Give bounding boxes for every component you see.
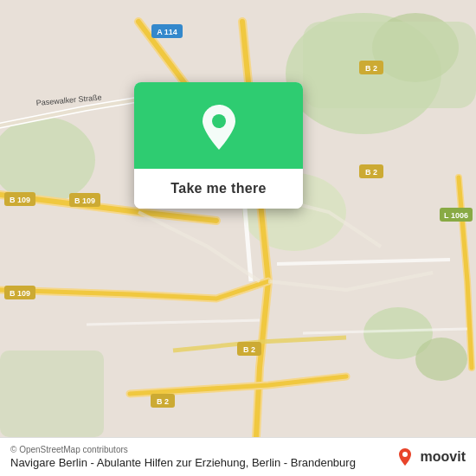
- moovit-icon: [395, 447, 415, 467]
- svg-text:B 2: B 2: [365, 168, 377, 177]
- svg-text:B 2: B 2: [243, 345, 255, 354]
- copyright-text: © OpenStreetMap contributors: [10, 445, 356, 454]
- map-container: A 114 B 2 B 2 B 109 B 109 B 2 B 2 L 1006…: [0, 0, 476, 476]
- svg-text:B 109: B 109: [10, 196, 30, 204]
- svg-text:B 109: B 109: [74, 196, 95, 205]
- take-me-there-button[interactable]: Take me there: [134, 169, 303, 209]
- svg-text:B 2: B 2: [157, 397, 169, 406]
- svg-point-6: [415, 338, 467, 381]
- svg-text:B 109: B 109: [10, 289, 30, 298]
- popup-card: Take me there: [134, 82, 303, 209]
- location-name: Navigare Berlin - Abulante Hilfen zur Er…: [10, 456, 356, 469]
- svg-text:L 1006: L 1006: [444, 211, 468, 220]
- svg-rect-3: [303, 22, 476, 108]
- svg-point-28: [212, 114, 226, 128]
- svg-text:A 114: A 114: [157, 28, 177, 36]
- bottom-left-info: © OpenStreetMap contributors Navigare Be…: [10, 445, 356, 469]
- moovit-brand-text: moovit: [421, 449, 466, 465]
- map-background: A 114 B 2 B 2 B 109 B 109 B 2 B 2 L 1006…: [0, 0, 476, 476]
- svg-rect-7: [0, 351, 104, 437]
- svg-point-29: [402, 452, 408, 457]
- bottom-bar: © OpenStreetMap contributors Navigare Be…: [0, 437, 476, 476]
- moovit-logo: moovit: [395, 447, 466, 467]
- location-pin-icon: [198, 103, 240, 151]
- svg-text:B 2: B 2: [365, 64, 377, 73]
- popup-header: [134, 82, 303, 169]
